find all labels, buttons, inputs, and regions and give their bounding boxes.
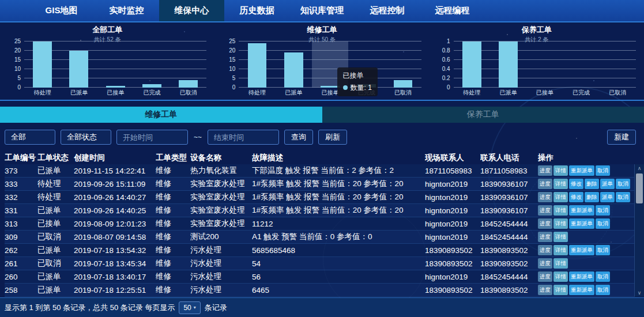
y-axis-tick: 10 <box>219 66 235 72</box>
query-button[interactable]: 查询 <box>284 130 313 145</box>
y-axis-tick: 25 <box>219 38 235 44</box>
action-details-button[interactable]: 详情 <box>553 179 568 189</box>
cell-contact-phone: 18390893502 <box>480 259 538 268</box>
cell-order-id: 261 <box>5 259 37 268</box>
action-details-button[interactable]: 详情 <box>553 271 568 282</box>
scrollbar-thumb[interactable] <box>636 173 643 203</box>
action-details-button[interactable]: 详情 <box>553 245 568 255</box>
cell-contact-phone: 18390893502 <box>480 286 538 295</box>
action-redispatch-button[interactable]: 重新派单 <box>569 245 594 255</box>
row-actions: 进度详情重新派单取消 <box>538 271 639 282</box>
bar-待处理[interactable] <box>33 41 52 88</box>
cell-order-type: 维修 <box>156 192 190 202</box>
action-cancel-button[interactable]: 取消 <box>616 179 630 189</box>
action-cancel-button[interactable]: 取消 <box>616 192 630 202</box>
cell-order-id: 258 <box>5 286 37 295</box>
row-actions: 进度详情重新派单取消 <box>538 218 639 229</box>
action-cancel-button[interactable]: 取消 <box>596 218 610 229</box>
action-details-button[interactable]: 详情 <box>553 218 568 229</box>
action-modify-button[interactable]: 修改 <box>569 179 583 189</box>
nav-item-maintenance-center[interactable]: 维保中心 <box>159 0 224 21</box>
y-axis-tick: 15 <box>5 56 21 63</box>
action-redispatch-button[interactable]: 重新派单 <box>569 271 594 282</box>
tab-maintenance-orders[interactable]: 保养工单 <box>322 107 644 123</box>
cell-device-name: 污水处理 <box>190 271 252 282</box>
y-axis-tick: 15 <box>219 56 235 63</box>
action-progress-button[interactable]: 进度 <box>538 218 552 229</box>
action-cancel-button[interactable]: 取消 <box>596 245 610 255</box>
nav-item-realtime-monitoring[interactable]: 实时监控 <box>94 0 159 21</box>
cell-order-status: 已派单 <box>37 165 74 176</box>
action-progress-button[interactable]: 进度 <box>538 285 552 295</box>
table-row: 332待处理2019-09-26 14:40:27维修实验室废水处理1#泵频率 … <box>5 191 644 204</box>
x-axis-label: 已派单 <box>490 89 526 97</box>
bars <box>24 41 206 88</box>
action-dispatch-button[interactable]: 派单 <box>600 192 615 202</box>
action-progress-button[interactable]: 进度 <box>538 192 552 202</box>
action-progress-button[interactable]: 进度 <box>538 179 552 189</box>
nav-item-gis-map[interactable]: GIS地图 <box>29 0 94 21</box>
chart-title: 维修工单 <box>214 22 429 35</box>
action-details-button[interactable]: 详情 <box>553 205 568 216</box>
column-header: 故障描述 <box>252 153 425 163</box>
table-scrollbar[interactable]: ∧ ∨ <box>634 164 644 297</box>
action-progress-button[interactable]: 进度 <box>538 232 552 242</box>
nav-item-remote-programming[interactable]: 远程编程 <box>420 0 485 21</box>
tab-repair-orders[interactable]: 维修工单 <box>0 107 322 123</box>
bar-待处理[interactable] <box>462 41 481 88</box>
action-cancel-button[interactable]: 取消 <box>596 271 610 282</box>
action-details-button[interactable]: 详情 <box>553 232 568 242</box>
table-row: 262已派单2019-07-18 13:54:32维修污水处理568568546… <box>5 244 644 257</box>
create-button[interactable]: 新建 <box>607 130 636 145</box>
type-filter-select[interactable]: 全部 <box>5 130 55 145</box>
action-modify-button[interactable]: 修改 <box>569 192 583 202</box>
action-cancel-button[interactable]: 取消 <box>596 205 610 216</box>
scroll-up-icon[interactable]: ∧ <box>635 164 644 172</box>
refresh-button[interactable]: 刷新 <box>318 130 347 145</box>
cell-order-id: 262 <box>5 246 37 255</box>
table-row: 373已派单2019-11-15 14:22:41维修热力氧化装置下部温度 触发… <box>5 164 644 178</box>
bar-已取消[interactable] <box>394 80 413 88</box>
action-details-button[interactable]: 详情 <box>553 258 568 269</box>
scroll-down-icon[interactable]: ∨ <box>635 289 644 297</box>
bar-已取消[interactable] <box>179 80 198 88</box>
column-header: 工单编号 <box>5 153 37 163</box>
action-delete-button[interactable]: 删除 <box>585 192 599 202</box>
action-details-button[interactable]: 详情 <box>553 285 568 295</box>
chart-plot: 00.20.40.60.81 <box>454 41 636 88</box>
chart-tooltip: 已接单数量: 1 <box>337 67 378 96</box>
action-progress-button[interactable]: 进度 <box>538 165 552 176</box>
action-cancel-button[interactable]: 取消 <box>596 285 610 295</box>
x-axis-labels: 待处理已派单已接单已完成已取消 <box>24 89 206 97</box>
bar-已接单[interactable] <box>106 86 125 88</box>
cell-order-status: 已派单 <box>37 271 74 282</box>
page-size-select[interactable]: 50 ▾ <box>179 301 200 314</box>
nav-item-history-data[interactable]: 历史数据 <box>224 0 289 21</box>
bar-已派单[interactable] <box>69 51 88 88</box>
action-progress-button[interactable]: 进度 <box>538 205 552 216</box>
nav-item-knowledge-base[interactable]: 知识库管理 <box>289 0 355 21</box>
action-dispatch-button[interactable]: 派单 <box>600 179 615 189</box>
action-progress-button[interactable]: 进度 <box>538 271 552 282</box>
end-time-input[interactable] <box>208 130 279 145</box>
status-filter-select[interactable]: 全部状态 <box>61 130 111 145</box>
action-redispatch-button[interactable]: 重新派单 <box>569 218 594 229</box>
action-progress-button[interactable]: 进度 <box>538 258 552 269</box>
action-details-button[interactable]: 详情 <box>553 165 568 176</box>
action-progress-button[interactable]: 进度 <box>538 245 552 255</box>
bar-待处理[interactable] <box>248 43 267 88</box>
action-redispatch-button[interactable]: 重新派单 <box>569 285 594 295</box>
bar-已完成[interactable] <box>142 84 161 88</box>
cell-device-name: 测试200 <box>190 232 252 242</box>
cell-fault-description: 1#泵频率 触发 报警 当前值：20 参考值：20 <box>252 179 425 189</box>
action-cancel-button[interactable]: 取消 <box>596 165 610 176</box>
nav-item-remote-control[interactable]: 远程控制 <box>355 0 420 21</box>
action-delete-button[interactable]: 删除 <box>585 179 599 189</box>
bar-已派单[interactable] <box>499 41 518 88</box>
action-details-button[interactable]: 详情 <box>553 192 568 202</box>
action-redispatch-button[interactable]: 重新派单 <box>569 165 594 176</box>
bar-已派单[interactable] <box>284 52 303 88</box>
action-redispatch-button[interactable]: 重新派单 <box>569 205 594 216</box>
cell-order-type: 维修 <box>156 165 190 176</box>
start-time-input[interactable] <box>116 130 188 145</box>
